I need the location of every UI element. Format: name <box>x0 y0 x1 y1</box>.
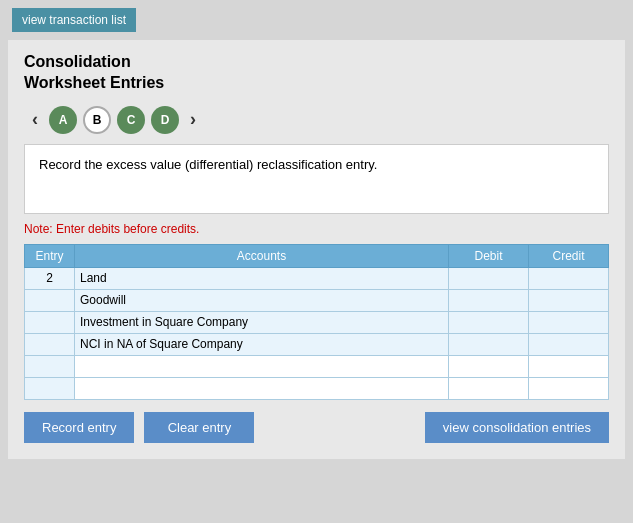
debit-cell[interactable] <box>449 289 529 311</box>
entry-table: Entry Accounts Debit Credit 2LandGoodwil… <box>24 244 609 400</box>
account-cell[interactable]: Investment in Square Company <box>75 311 449 333</box>
account-cell[interactable]: Land <box>75 267 449 289</box>
entry-cell <box>25 377 75 399</box>
debit-cell[interactable] <box>449 267 529 289</box>
prev-arrow[interactable]: ‹ <box>24 109 46 130</box>
col-entry: Entry <box>25 244 75 267</box>
credit-cell[interactable] <box>529 267 609 289</box>
entry-cell <box>25 311 75 333</box>
credit-cell[interactable] <box>529 355 609 377</box>
account-cell[interactable]: NCI in NA of Square Company <box>75 333 449 355</box>
table-row: Goodwill <box>25 289 609 311</box>
debit-cell[interactable] <box>449 377 529 399</box>
record-entry-button[interactable]: Record entry <box>24 412 134 443</box>
tab-b[interactable]: B <box>83 106 111 134</box>
account-cell[interactable] <box>75 355 449 377</box>
note-text: Note: Enter debits before credits. <box>24 222 609 236</box>
credit-cell[interactable] <box>529 333 609 355</box>
entry-cell: 2 <box>25 267 75 289</box>
clear-entry-button[interactable]: Clear entry <box>144 412 254 443</box>
debit-cell[interactable] <box>449 311 529 333</box>
entry-cell <box>25 289 75 311</box>
tab-c[interactable]: C <box>117 106 145 134</box>
view-transaction-button[interactable]: view transaction list <box>12 8 136 32</box>
entry-cell <box>25 333 75 355</box>
debit-cell[interactable] <box>449 333 529 355</box>
credit-cell[interactable] <box>529 289 609 311</box>
buttons-row: Record entry Clear entry view consolidat… <box>24 412 609 443</box>
next-arrow[interactable]: › <box>182 109 204 130</box>
tab-d[interactable]: D <box>151 106 179 134</box>
table-row <box>25 355 609 377</box>
account-cell[interactable]: Goodwill <box>75 289 449 311</box>
col-debit: Debit <box>449 244 529 267</box>
table-row: NCI in NA of Square Company <box>25 333 609 355</box>
debit-cell[interactable] <box>449 355 529 377</box>
table-row <box>25 377 609 399</box>
table-row: Investment in Square Company <box>25 311 609 333</box>
credit-cell[interactable] <box>529 377 609 399</box>
table-row: 2Land <box>25 267 609 289</box>
tabs-row: ‹ A B C D › <box>24 106 609 134</box>
view-consolidation-button[interactable]: view consolidation entries <box>425 412 609 443</box>
credit-cell[interactable] <box>529 311 609 333</box>
page-title: Consolidation Worksheet Entries <box>24 52 609 94</box>
col-credit: Credit <box>529 244 609 267</box>
entry-cell <box>25 355 75 377</box>
tab-a[interactable]: A <box>49 106 77 134</box>
col-accounts: Accounts <box>75 244 449 267</box>
instruction-box: Record the excess value (differential) r… <box>24 144 609 214</box>
account-cell[interactable] <box>75 377 449 399</box>
